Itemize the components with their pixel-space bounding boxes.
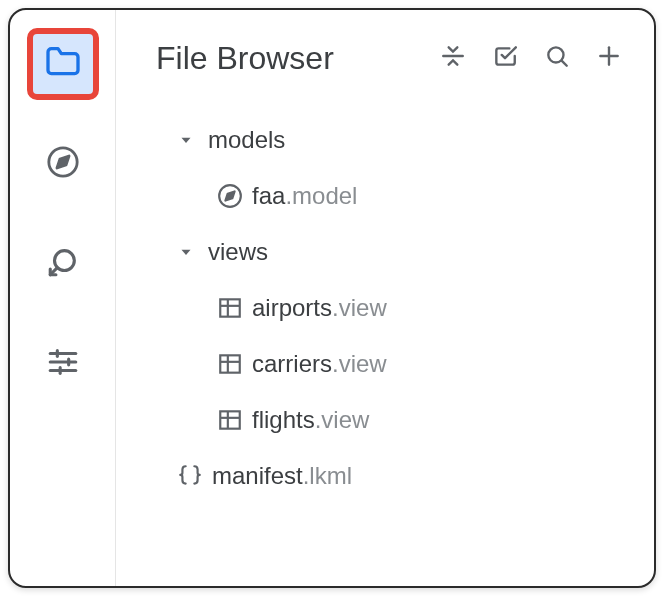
sidebar-btn-sliders[interactable] — [27, 328, 99, 400]
page-title: File Browser — [156, 40, 334, 77]
app-container: File Browser — [8, 8, 656, 588]
toolbar-checklist-button[interactable] — [492, 43, 518, 73]
file-tree: models faa.model views airports.view — [116, 106, 654, 504]
toolbar-search-button[interactable] — [544, 43, 570, 73]
main-panel: File Browser — [116, 10, 654, 586]
tree-file[interactable]: airports.view — [164, 280, 654, 336]
svg-rect-22 — [220, 355, 240, 372]
plus-icon — [596, 43, 622, 73]
svg-marker-18 — [182, 250, 191, 255]
sidebar-btn-history[interactable] — [27, 228, 99, 300]
checklist-icon — [492, 43, 518, 73]
file-label: carriers.view — [252, 350, 387, 378]
tree-folder-views[interactable]: views — [164, 224, 654, 280]
compass-icon — [46, 145, 80, 183]
toolbar — [440, 43, 622, 73]
table-icon — [208, 351, 252, 377]
collapse-icon — [440, 43, 466, 73]
sidebar-btn-folder[interactable] — [27, 28, 99, 100]
sidebar — [10, 10, 116, 586]
tree-file[interactable]: carriers.view — [164, 336, 654, 392]
search-icon — [544, 43, 570, 73]
toolbar-collapse-button[interactable] — [440, 43, 466, 73]
braces-icon — [168, 463, 212, 489]
tree-file[interactable]: manifest.lkml — [164, 448, 654, 504]
folder-icon — [43, 42, 83, 86]
tree-folder-models[interactable]: models — [164, 112, 654, 168]
chevron-down-icon — [164, 243, 208, 261]
tree-file[interactable]: faa.model — [164, 168, 654, 224]
history-icon — [46, 245, 80, 283]
svg-marker-1 — [56, 156, 68, 168]
file-label: airports.view — [252, 294, 387, 322]
sliders-icon — [46, 345, 80, 383]
svg-rect-19 — [220, 299, 240, 316]
file-label: faa.model — [252, 182, 357, 210]
svg-marker-17 — [225, 191, 234, 200]
tree-file[interactable]: flights.view — [164, 392, 654, 448]
compass-icon — [208, 183, 252, 209]
file-label: manifest.lkml — [212, 462, 352, 490]
folder-label: models — [208, 126, 285, 154]
svg-line-12 — [562, 61, 567, 66]
sidebar-btn-compass[interactable] — [27, 128, 99, 200]
toolbar-add-button[interactable] — [596, 43, 622, 73]
svg-rect-25 — [220, 411, 240, 428]
svg-marker-15 — [182, 138, 191, 143]
chevron-down-icon — [164, 131, 208, 149]
table-icon — [208, 407, 252, 433]
file-label: flights.view — [252, 406, 369, 434]
header: File Browser — [116, 10, 654, 106]
table-icon — [208, 295, 252, 321]
folder-label: views — [208, 238, 268, 266]
